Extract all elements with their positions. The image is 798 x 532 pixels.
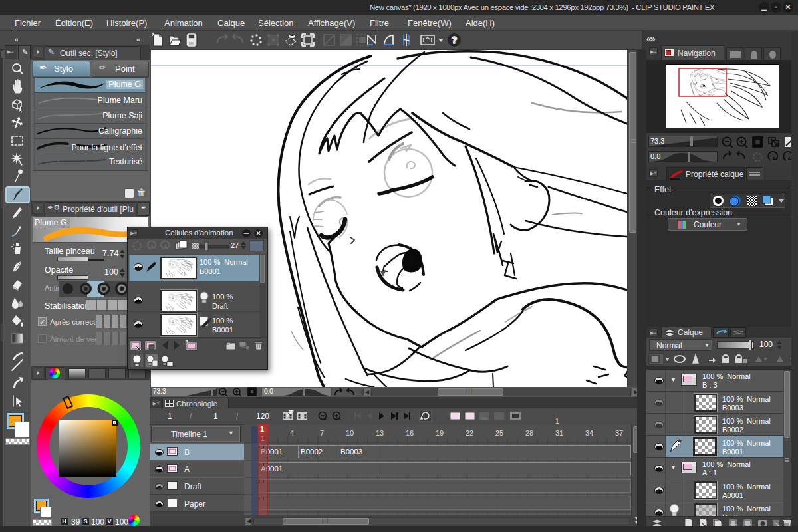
- svg-text:37: 37: [615, 429, 623, 437]
- svg-text:13: 13: [376, 429, 384, 437]
- svg-text:31: 31: [555, 429, 563, 437]
- svg-text:22: 22: [466, 429, 473, 437]
- svg-text:16: 16: [406, 429, 414, 437]
- svg-text:7: 7: [320, 429, 324, 437]
- svg-text:25: 25: [495, 429, 503, 437]
- svg-text:10: 10: [346, 429, 354, 437]
- svg-text:?: ?: [452, 35, 458, 45]
- svg-text:34: 34: [585, 429, 593, 437]
- svg-text:28: 28: [525, 429, 533, 437]
- svg-text:1: 1: [261, 435, 265, 442]
- svg-text:1: 1: [260, 425, 264, 433]
- svg-text:B0002: B0002: [301, 448, 323, 456]
- svg-text:B0003: B0003: [340, 448, 362, 456]
- svg-text:4: 4: [290, 429, 294, 437]
- svg-text:19: 19: [436, 429, 444, 437]
